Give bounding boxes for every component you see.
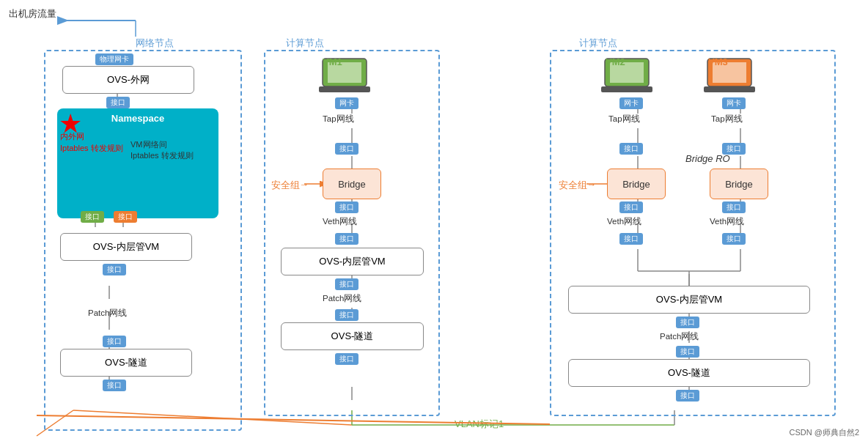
svg-rect-58 [704,86,755,92]
iface-below-ovs-external: 接口 [106,97,130,108]
svg-rect-55 [601,86,652,92]
network-node-label: 网络节点 [136,37,174,50]
ovs-tunnel-c1: OVS-隧道 [281,322,424,350]
iface-veth-vm3: 接口 [722,233,746,245]
bridge-ro-label: Bridge RO [685,153,730,164]
iface-above-bridge-c1: 接口 [335,143,358,155]
iface-below-inner-c2: 接口 [676,317,699,328]
iface-orange-badge: 接口 [114,211,137,223]
star-icon: ★ [59,108,82,139]
iface-above-inner-c1: 接口 [335,233,358,245]
security-arrow-c2: → [586,179,596,190]
vlan-tag-label: VLAN标记1 [455,418,504,431]
bridge-vm2: Bridge [607,169,666,199]
diagram-container: 出机房流量 网络节点 计算节点 计算节点 物理网卡 OVS-外网 接口 Name… [0,0,868,444]
ovs-inner-vm-c1: OVS-内层管VM [281,248,424,275]
veth-line-vm3: Veth网线 [710,216,744,227]
security-arrow-c1: → [299,179,309,190]
tap-line-vm2: Tap网线 [608,114,640,125]
patch-line-net: Patch网线 [88,308,127,319]
veth-line-vm2: Veth网线 [607,216,641,227]
svg-rect-52 [319,86,370,92]
iface-green-badge: 接口 [81,211,104,223]
nic-vm2: 网卡 [619,97,643,109]
iface-below-tunnel-c2: 接口 [676,390,699,402]
ovs-inner-vm-network: OVS-内层管VM [60,233,192,261]
tap-line-vm3: Tap网线 [711,114,743,125]
iface-above-tunnel-c2: 接口 [676,346,699,358]
security-group-c2: 安全组 [559,179,587,192]
ovs-tunnel-network: OVS-隧道 [60,349,192,377]
vm3-label: VM3 [708,56,728,67]
nic-vm1: 网卡 [335,97,358,109]
compute-node1-label: 计算节点 [286,37,324,50]
bridge-c1: Bridge [323,169,381,199]
iface-below-tunnel-net: 接口 [103,380,126,391]
iface-below-bridge-vm2: 接口 [619,201,643,213]
physical-nic-badge: 物理网卡 [95,53,133,65]
ovs-tunnel-c2: OVS-隧道 [568,359,810,387]
iface-below-bridge-vm3: 接口 [722,201,746,213]
iface-above-tunnel-net: 接口 [103,336,126,347]
vm-iptables-label: VM网络间 Iptables 转发规则 [130,139,194,161]
iface-veth-vm2: 接口 [619,233,643,245]
patch-line-c1: Patch网线 [323,293,361,304]
iface-below-tunnel-c1: 接口 [335,353,358,365]
vm1-label: VM1 [323,56,342,67]
veth-line-c1: Veth网线 [323,216,357,227]
patch-line-c2: Patch网线 [660,331,699,342]
iface-above-bridge-vm2: 接口 [619,143,643,155]
exit-flow-label: 出机房流量 [9,7,56,21]
ovs-inner-vm-c2: OVS-内层管VM [568,286,810,314]
compute-node2-label: 计算节点 [579,37,617,50]
nic-vm3: 网卡 [722,97,746,109]
iface-below-bridge-c1: 接口 [335,201,358,213]
iface-above-tunnel-c1: 接口 [335,309,358,321]
watermark: CSDN @师典自然2 [789,427,859,438]
iface-below-inner-vm-net: 接口 [103,264,126,275]
bridge-vm3: Bridge [710,169,768,199]
iface-below-inner-c1: 接口 [335,278,358,290]
ovs-external-box: OVS-外网 [62,66,194,94]
security-group-c1: 安全组 [271,179,300,192]
vm2-label: VM2 [606,56,625,67]
tap-line-vm1: Tap网线 [323,114,354,125]
